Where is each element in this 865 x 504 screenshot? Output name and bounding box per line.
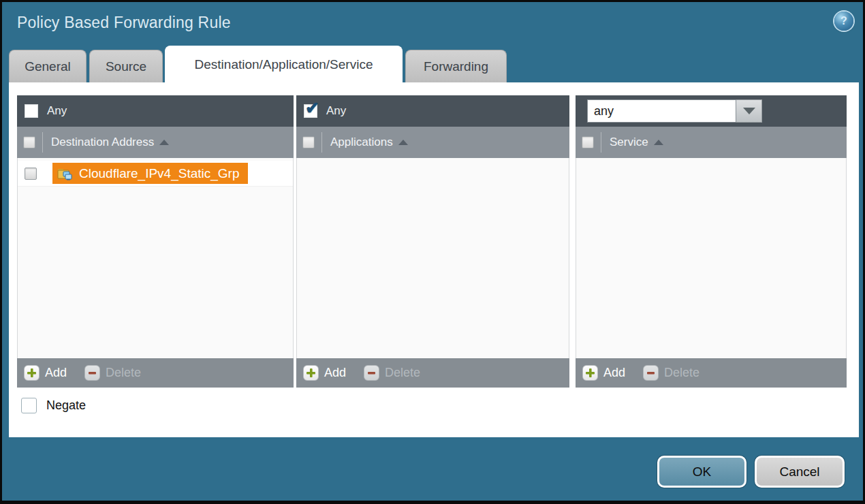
destination-item-checkbox[interactable] xyxy=(25,168,37,180)
destination-column-header-label: Destination Address xyxy=(51,136,154,149)
negate-checkbox[interactable] xyxy=(21,398,37,413)
applications-footer: Add Delete xyxy=(296,358,569,388)
tab-label: Source xyxy=(106,59,146,74)
destination-add-button[interactable]: Add xyxy=(24,365,67,381)
delete-minus-icon xyxy=(643,365,659,381)
service-dropdown-value: any xyxy=(587,99,736,123)
applications-column-header[interactable]: Applications xyxy=(321,132,408,153)
help-icon[interactable]: ? xyxy=(834,12,853,31)
applications-select-all-checkbox[interactable] xyxy=(302,136,315,148)
service-dropdown-row: any xyxy=(576,95,847,127)
help-glyph: ? xyxy=(840,15,847,27)
tab-general[interactable]: General xyxy=(9,50,86,83)
ok-button-label: OK xyxy=(693,464,711,479)
delete-minus-icon xyxy=(84,365,100,381)
address-group-icon xyxy=(57,167,74,180)
destination-list-item: Cloudflare_IPv4_Static_Grp xyxy=(18,161,293,187)
applications-delete-button[interactable]: Delete xyxy=(364,365,420,381)
applications-any-label: Any xyxy=(326,104,346,118)
tab-source[interactable]: Source xyxy=(89,50,163,83)
destination-item-selected[interactable]: Cloudflare_IPv4_Static_Grp xyxy=(52,163,248,184)
tab-destination-application-service[interactable]: Destination/Application/Service xyxy=(165,46,403,83)
add-button-label: Add xyxy=(45,366,67,380)
add-plus-icon xyxy=(582,365,598,381)
applications-any-checkbox[interactable]: ✔ xyxy=(304,104,317,118)
add-plus-icon xyxy=(303,365,319,381)
applications-column: ✔ Any Applications xyxy=(296,95,569,388)
dialog-title: Policy Based Forwarding Rule xyxy=(17,14,231,32)
destination-column-header-row: Destination Address xyxy=(17,127,294,158)
chevron-down-icon xyxy=(743,108,755,114)
service-select-all-checkbox[interactable] xyxy=(582,136,594,148)
negate-row: Negate xyxy=(21,398,86,413)
ok-button[interactable]: OK xyxy=(657,456,746,488)
add-button-label: Add xyxy=(603,366,625,380)
add-plus-icon xyxy=(24,365,40,381)
service-column-header-row: Service xyxy=(576,127,847,158)
cancel-button[interactable]: Cancel xyxy=(755,456,845,488)
tab-label: Destination/Application/Service xyxy=(195,57,373,72)
cancel-button-label: Cancel xyxy=(779,464,819,479)
dialog-window: Policy Based Forwarding Rule ? General S… xyxy=(0,0,865,504)
applications-list xyxy=(296,158,569,358)
sort-ascending-icon xyxy=(398,140,408,145)
negate-label: Negate xyxy=(46,398,86,413)
tab-label: Forwarding xyxy=(424,59,488,74)
tab-content-panel: Any Destination Address xyxy=(9,82,859,437)
applications-any-row: ✔ Any xyxy=(296,95,569,127)
sort-ascending-icon xyxy=(159,140,169,145)
applications-add-button[interactable]: Add xyxy=(303,365,346,381)
service-column-header-label: Service xyxy=(610,136,648,149)
destination-item-label: Cloudflare_IPv4_Static_Grp xyxy=(79,166,240,181)
delete-button-label: Delete xyxy=(385,366,420,380)
destination-footer: Add Delete xyxy=(17,358,294,388)
applications-column-header-label: Applications xyxy=(330,136,393,149)
service-add-button[interactable]: Add xyxy=(582,365,625,381)
add-button-label: Add xyxy=(324,366,346,380)
service-footer: Add Delete xyxy=(576,358,847,388)
sort-ascending-icon xyxy=(654,140,663,145)
dialog-frame: Policy Based Forwarding Rule ? General S… xyxy=(2,2,863,501)
delete-button-label: Delete xyxy=(664,366,699,380)
tab-forwarding[interactable]: Forwarding xyxy=(405,50,507,83)
checkmark-icon: ✔ xyxy=(305,99,319,116)
service-dropdown-button[interactable] xyxy=(736,99,762,123)
service-list xyxy=(576,158,847,358)
delete-minus-icon xyxy=(364,365,379,381)
destination-address-column: Any Destination Address xyxy=(17,95,294,388)
service-column: any Service xyxy=(576,95,847,388)
service-column-header[interactable]: Service xyxy=(601,132,663,153)
destination-column-header[interactable]: Destination Address xyxy=(42,132,169,153)
destination-any-row: Any xyxy=(17,95,294,127)
tab-label: General xyxy=(25,59,71,74)
applications-column-header-row: Applications xyxy=(296,127,569,158)
service-delete-button[interactable]: Delete xyxy=(643,365,699,381)
destination-any-label: Any xyxy=(47,104,67,118)
destination-list: Cloudflare_IPv4_Static_Grp xyxy=(17,158,294,358)
destination-any-checkbox[interactable] xyxy=(25,104,38,118)
destination-delete-button[interactable]: Delete xyxy=(84,365,141,381)
delete-button-label: Delete xyxy=(106,366,141,380)
service-dropdown[interactable]: any xyxy=(587,99,762,123)
destination-select-all-checkbox[interactable] xyxy=(23,136,35,148)
